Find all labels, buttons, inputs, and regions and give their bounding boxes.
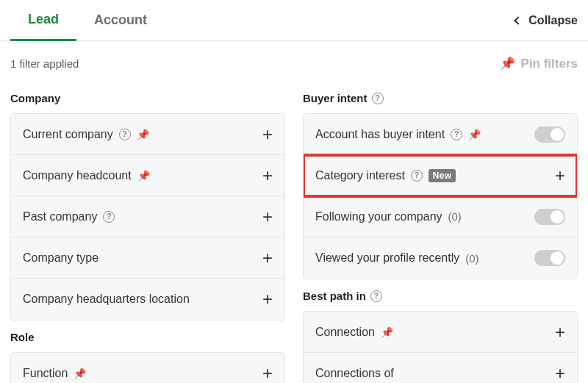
filter-viewed-your-profile[interactable]: Viewed your profile recently (0)	[304, 237, 577, 279]
filter-label: Connection	[315, 326, 375, 339]
filter-current-company[interactable]: Current company ? 📌 +	[11, 114, 284, 155]
filter-connection[interactable]: Connection 📌 +	[304, 312, 577, 353]
plus-icon[interactable]: +	[262, 365, 273, 382]
filter-label: Current company	[23, 128, 113, 141]
plus-icon[interactable]: +	[262, 126, 273, 143]
count-label: (0)	[448, 210, 462, 223]
pin-icon: 📌	[500, 56, 515, 71]
plus-icon[interactable]: +	[262, 208, 273, 226]
help-icon[interactable]: ?	[103, 211, 115, 223]
filter-list-best-path: Connection 📌 + Connections of +	[303, 311, 578, 383]
tab-lead[interactable]: Lead	[10, 0, 76, 41]
help-icon[interactable]: ?	[370, 290, 382, 302]
section-title-role: Role	[10, 331, 285, 343]
section-title-buyer-intent: Buyer intent ?	[303, 92, 578, 104]
filter-label: Company type	[23, 251, 98, 265]
filter-label: Category interest	[315, 169, 405, 182]
toggle-switch[interactable]	[534, 209, 565, 225]
plus-icon[interactable]: +	[555, 365, 565, 382]
filter-following-your-company[interactable]: Following your company (0)	[304, 196, 577, 237]
toggle-switch[interactable]	[534, 126, 565, 143]
plus-icon[interactable]: +	[262, 167, 273, 185]
pin-icon[interactable]: 📌	[137, 170, 150, 182]
filter-company-type[interactable]: Company type +	[11, 237, 284, 279]
help-icon[interactable]: ?	[411, 170, 423, 182]
pin-filters-label: Pin filters	[521, 57, 578, 71]
filter-columns: Company Current company ? 📌 + Company he…	[0, 79, 588, 383]
plus-icon[interactable]: +	[555, 323, 565, 341]
filter-label: Company headquarters location	[23, 293, 190, 306]
collapse-button[interactable]: Collapse	[515, 14, 578, 27]
section-title-best-path: Best path in ?	[303, 290, 578, 302]
col-right: Buyer intent ? Account has buyer intent …	[303, 82, 578, 383]
filter-company-hq-location[interactable]: Company headquarters location +	[11, 279, 284, 320]
tabs-bar: Lead Account Collapse	[0, 0, 588, 41]
col-left: Company Current company ? 📌 + Company he…	[10, 82, 285, 383]
new-badge: New	[429, 169, 456, 182]
filter-list-role: Function 📌 +	[10, 352, 285, 383]
filter-label: Function	[23, 367, 68, 380]
pin-filters-button[interactable]: 📌 Pin filters	[500, 56, 578, 71]
section-title-company: Company	[10, 92, 285, 104]
filter-category-interest[interactable]: Category interest ? New +	[304, 155, 577, 196]
pin-icon[interactable]: 📌	[74, 368, 86, 379]
filter-label: Past company	[23, 210, 97, 223]
filter-list-buyer-intent: Account has buyer intent ? 📌 Category in…	[303, 113, 578, 279]
pin-icon[interactable]: 📌	[381, 326, 393, 338]
meta-row: 1 filter applied 📌 Pin filters	[0, 41, 588, 79]
filter-connections-of[interactable]: Connections of +	[304, 353, 577, 383]
filter-label: Account has buyer intent	[315, 128, 445, 141]
chevron-left-icon	[514, 16, 523, 24]
plus-icon[interactable]: +	[262, 249, 273, 267]
filter-company-headcount[interactable]: Company headcount 📌 +	[11, 155, 284, 196]
help-icon[interactable]: ?	[451, 129, 462, 140]
filter-label: Viewed your profile recently	[315, 251, 459, 265]
pin-icon[interactable]: 📌	[137, 129, 149, 140]
toggle-switch[interactable]	[534, 250, 565, 266]
tab-account[interactable]: Account	[76, 0, 165, 41]
pin-icon[interactable]: 📌	[468, 129, 481, 140]
filter-function[interactable]: Function 📌 +	[11, 353, 284, 383]
filter-label: Connections of	[315, 367, 394, 380]
help-icon[interactable]: ?	[119, 129, 131, 140]
help-icon[interactable]: ?	[372, 93, 384, 104]
count-label: (0)	[465, 252, 478, 265]
collapse-label: Collapse	[528, 14, 578, 27]
filter-label: Following your company	[315, 210, 442, 223]
filter-count: 1 filter applied	[10, 57, 79, 70]
filter-account-has-buyer-intent[interactable]: Account has buyer intent ? 📌	[304, 114, 577, 155]
filter-label: Company headcount	[23, 169, 132, 182]
plus-icon[interactable]: +	[555, 167, 565, 185]
filter-list-company: Current company ? 📌 + Company headcount …	[10, 113, 285, 321]
filter-past-company[interactable]: Past company ? +	[11, 196, 284, 237]
plus-icon[interactable]: +	[262, 290, 273, 308]
